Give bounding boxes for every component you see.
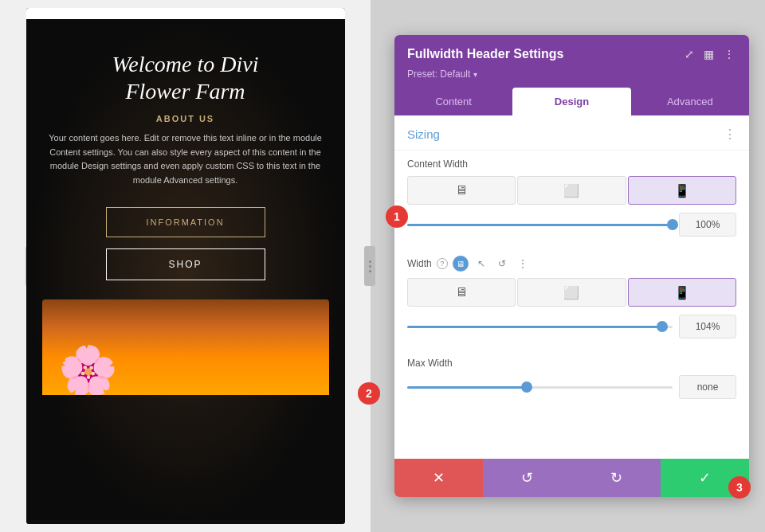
width-more-icon[interactable]: ⋮ (515, 256, 531, 272)
tab-design[interactable]: Design (512, 88, 630, 115)
panel-preset[interactable]: Preset: Default ▾ (407, 68, 736, 80)
mobile-btn-cw[interactable]: 📱 (628, 176, 736, 205)
width-label: Width (407, 258, 432, 269)
section-menu-button[interactable]: ⋮ (724, 127, 736, 142)
panel-header-icons: ⤢ ▦ ⋮ (683, 46, 736, 62)
panel-title: Fullwidth Header Settings (407, 47, 563, 61)
redo-button[interactable]: ↻ (572, 459, 661, 497)
about-us-label: ABOUT US (42, 114, 329, 123)
tablet-icon: ⬜ (563, 183, 579, 198)
desktop-btn-cw[interactable]: 🖥 (407, 176, 516, 205)
columns-icon-button[interactable]: ▦ (702, 46, 716, 62)
phone-top-bar (26, 8, 345, 19)
undo-button[interactable]: ↺ (483, 459, 571, 497)
panel-header: Fullwidth Header Settings ⤢ ▦ ⋮ Preset: … (394, 35, 749, 88)
width-slider-row: 104% (407, 315, 736, 338)
content-width-device-buttons: 🖥 ⬜ 📱 (407, 176, 736, 205)
tablet-icon-w: ⬜ (563, 285, 579, 300)
cancel-button[interactable]: ✕ (394, 459, 483, 497)
tab-advanced[interactable]: Advanced (631, 88, 749, 115)
width-thumb[interactable] (657, 321, 668, 332)
preview-phone: Welcome to Divi Flower Farm ABOUT US You… (26, 8, 345, 524)
preview-paragraph: Your content goes here. Edit or remove t… (42, 131, 329, 187)
max-width-thumb[interactable] (521, 381, 532, 393)
mobile-icon: 📱 (674, 183, 690, 198)
badge-2: 2 (358, 382, 380, 405)
welcome-title: Welcome to Divi Flower Farm (42, 51, 329, 104)
shop-button[interactable]: SHOP (106, 248, 265, 280)
section-header-sizing: Sizing ⋮ (394, 115, 749, 151)
right-resize-handle[interactable] (364, 246, 375, 286)
panel-tabs: Content Design Advanced (394, 88, 749, 115)
panel-header-top: Fullwidth Header Settings ⤢ ▦ ⋮ (407, 46, 736, 62)
panel-footer: ✕ ↺ ↻ ✓ (394, 459, 749, 497)
content-width-value[interactable]: 100% (679, 213, 736, 237)
max-width-slider[interactable] (407, 379, 673, 395)
desktop-icon-w: 🖥 (455, 285, 468, 299)
phone-text-content: Welcome to Divi Flower Farm ABOUT US You… (42, 51, 329, 395)
content-width-slider[interactable] (407, 217, 673, 233)
tablet-btn-w[interactable]: ⬜ (517, 278, 626, 307)
preview-area: Welcome to Divi Flower Farm ABOUT US You… (0, 0, 371, 532)
mobile-icon-w: 📱 (674, 285, 690, 300)
width-value[interactable]: 104% (679, 315, 736, 338)
content-width-slider-row: 100% (407, 213, 736, 237)
flower-image (42, 299, 329, 395)
max-width-slider-row: none (407, 375, 736, 399)
width-desktop-active-icon[interactable]: 🖥 (453, 256, 469, 272)
desktop-btn-w[interactable]: 🖥 (407, 278, 516, 307)
max-width-value[interactable]: none (679, 375, 736, 399)
max-width-control: Max Width none (394, 350, 749, 410)
width-control: Width ? 🖥 ↖ ↺ ⋮ 🖥 ⬜ 📱 (394, 248, 749, 350)
width-slider[interactable] (407, 319, 673, 334)
tablet-btn-cw[interactable]: ⬜ (517, 176, 626, 205)
badge-3: 3 (728, 476, 751, 499)
width-help-icon[interactable]: ? (437, 258, 448, 269)
desktop-icon: 🖥 (455, 183, 468, 198)
section-title-sizing: Sizing (407, 127, 440, 141)
more-options-button[interactable]: ⋮ (722, 46, 736, 62)
content-width-label: Content Width (407, 158, 736, 170)
width-label-row: Width ? 🖥 ↖ ↺ ⋮ (407, 256, 736, 272)
width-reset-icon[interactable]: ↺ (494, 256, 510, 272)
width-device-buttons: 🖥 ⬜ 📱 (407, 278, 736, 307)
badge-1: 1 (386, 205, 408, 228)
expand-icon-button[interactable]: ⤢ (683, 46, 696, 62)
max-width-label: Max Width (407, 358, 736, 369)
settings-panel: Fullwidth Header Settings ⤢ ▦ ⋮ Preset: … (394, 35, 749, 497)
width-cursor-icon[interactable]: ↖ (473, 256, 489, 272)
tab-content[interactable]: Content (394, 88, 512, 115)
phone-content: Welcome to Divi Flower Farm ABOUT US You… (26, 19, 345, 524)
information-button[interactable]: INFORMATION (106, 207, 265, 237)
panel-body: Sizing ⋮ Content Width 🖥 ⬜ 📱 (394, 115, 749, 459)
mobile-btn-w[interactable]: 📱 (628, 278, 736, 307)
preset-chevron-icon: ▾ (473, 70, 477, 79)
content-width-control: Content Width 🖥 ⬜ 📱 (394, 151, 749, 248)
content-width-thumb[interactable] (667, 219, 678, 230)
